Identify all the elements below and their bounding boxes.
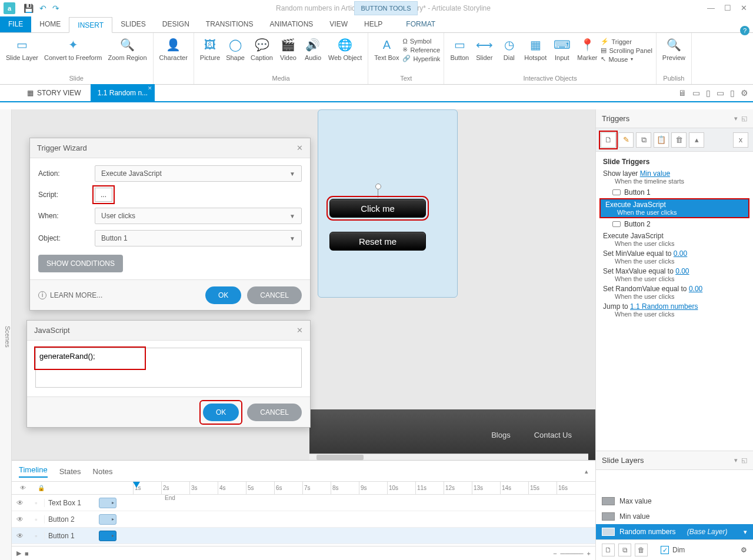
js-cancel-button[interactable]: CANCEL [247, 404, 302, 421]
new-layer-button[interactable]: 🗋 [602, 544, 615, 556]
video-button[interactable]: 🎬Video [276, 35, 300, 63]
character-button[interactable]: 👤Character [157, 35, 190, 63]
learn-more-link[interactable]: iLEARN MORE... [38, 291, 102, 299]
panel-menu-icon[interactable]: ▾ [734, 115, 738, 122]
preview-button[interactable]: 🔍Preview [660, 35, 688, 63]
tab-home[interactable]: HOME [31, 16, 69, 32]
zoom-out-icon[interactable]: − [553, 550, 557, 557]
dial-button[interactable]: ◷Dial [497, 35, 521, 63]
slide-layer-button[interactable]: ▭Slide Layer [4, 35, 41, 63]
text-box-button[interactable]: AText Box [372, 35, 401, 63]
minimize-icon[interactable]: — [707, 4, 715, 12]
trigger-execute-js-selected[interactable]: Execute JavaScript When the user clicks [601, 199, 748, 217]
phone-landscape-icon[interactable]: ▭ [717, 88, 724, 98]
script-browse-button[interactable]: ... [95, 188, 112, 202]
undo-icon[interactable]: ↶ [39, 4, 46, 13]
move-up-trigger-button[interactable]: ▴ [689, 132, 704, 148]
delete-trigger-button[interactable]: 🗑 [671, 132, 687, 148]
jump-link[interactable]: 1.1 Random numbers [630, 302, 698, 311]
tablet-portrait-icon[interactable]: ▯ [706, 88, 711, 98]
shape-button[interactable]: ◯Shape [224, 35, 247, 63]
layer-min-value[interactable]: Min value [596, 509, 753, 524]
mouse-button[interactable]: ↖Mouse▾ [601, 55, 652, 63]
convert-freeform-button[interactable]: ✦Convert to Freeform [42, 35, 104, 63]
rotation-handle[interactable] [375, 184, 381, 189]
scenes-rail[interactable]: Scenes [0, 109, 12, 560]
trigger-set-max[interactable]: Set MaxValue equal to 0.00 When the user… [598, 266, 751, 284]
desktop-icon[interactable]: 🖥 [678, 88, 687, 98]
reference-button[interactable]: ※Reference [402, 46, 440, 54]
tablet-landscape-icon[interactable]: ▭ [692, 88, 700, 98]
tab-animations[interactable]: ANIMATIONS [262, 16, 322, 32]
trigger-ok-button[interactable]: OK [205, 286, 241, 304]
playhead[interactable] [133, 482, 139, 488]
trigger-set-min[interactable]: Set MinValue equal to 0.00 When the user… [598, 248, 751, 266]
gear-icon[interactable]: ⚙ [741, 88, 748, 98]
timeline-row[interactable]: 👁▫Button 2▸ [12, 511, 595, 528]
eye-header-icon[interactable]: 👁 [20, 485, 26, 491]
phone-portrait-icon[interactable]: ▯ [730, 88, 735, 98]
trigger-jump[interactable]: Jump to 1.1 Random numbers When the user… [598, 301, 751, 319]
save-icon[interactable]: 💾 [24, 4, 34, 13]
tab-transitions[interactable]: TRANSITIONS [198, 16, 262, 32]
contact-link[interactable]: Contact Us [534, 431, 572, 439]
redo-icon[interactable]: ↷ [52, 4, 59, 13]
trigger-object-button2[interactable]: Button 2 [598, 218, 751, 231]
paste-trigger-button[interactable]: 📋 [654, 132, 669, 148]
delete-layer-button[interactable]: 🗑 [635, 544, 648, 556]
action-select[interactable]: Execute JavaScript▼ [95, 165, 302, 182]
trigger-show-layer[interactable]: Show layer Min value When the timeline s… [598, 168, 751, 186]
js-dialog-close-icon[interactable]: ✕ [296, 326, 303, 335]
layers-menu-icon[interactable]: ▾ [734, 456, 738, 464]
button-button[interactable]: ▭Button [448, 35, 471, 63]
click-me-button[interactable]: Click me [329, 199, 426, 218]
layer-expand-icon[interactable]: ▾ [744, 528, 747, 536]
layer-random-numbers[interactable]: Random numbers (Base Layer)▾ [596, 524, 753, 539]
symbol-button[interactable]: ΩSymbol [402, 38, 440, 45]
trigger-set-random[interactable]: Set RandomValue equal to 0.00 When the u… [598, 284, 751, 301]
marker-button[interactable]: 📍Marker [575, 35, 599, 63]
add-trigger-button[interactable]: 🗋 [601, 132, 616, 148]
object-select[interactable]: Button 1▼ [95, 230, 302, 246]
web-object-button[interactable]: 🌐Web Object [326, 35, 364, 63]
blogs-link[interactable]: Blogs [491, 431, 511, 439]
maximize-icon[interactable]: ☐ [724, 4, 731, 12]
lock-header-icon[interactable]: 🔒 [38, 485, 45, 491]
input-button[interactable]: ⌨Input [550, 35, 574, 63]
dim-checkbox[interactable]: ✓ [661, 546, 669, 554]
layers-popout-icon[interactable]: ◱ [741, 456, 747, 464]
trigger-b2-exec-js[interactable]: Execute JavaScriptWhen the user clicks [598, 231, 751, 248]
expand-panel-icon[interactable]: ▴ [585, 468, 588, 475]
close-tab-icon[interactable]: ✕ [148, 85, 152, 91]
picture-button[interactable]: 🖼Picture [198, 35, 222, 63]
when-select[interactable]: User clicks▼ [95, 208, 302, 224]
hyperlink-button[interactable]: 🔗Hyperlink [402, 55, 440, 62]
tab-help[interactable]: HELP [356, 16, 391, 32]
trigger-object-button1[interactable]: Button 1 [598, 186, 751, 199]
dialog-close-icon[interactable]: ✕ [296, 144, 303, 152]
audio-button[interactable]: 🔊Audio [301, 35, 325, 63]
play-icon[interactable]: ▶ [16, 549, 21, 557]
panel-popout-icon[interactable]: ◱ [741, 115, 747, 122]
timeline-tab[interactable]: Timeline [19, 465, 48, 478]
story-view-tab[interactable]: ▦STORY VIEW [18, 89, 91, 97]
variables-button[interactable]: x [733, 132, 748, 148]
timeline-row[interactable]: 👁▫Text Box 1▸ [12, 495, 595, 511]
notes-tab[interactable]: Notes [93, 467, 113, 476]
slider-button[interactable]: ⟷Slider [472, 35, 496, 63]
caption-button[interactable]: 💬Caption [248, 35, 275, 63]
tab-file[interactable]: FILE [0, 16, 31, 32]
duplicate-layer-button[interactable]: ⧉ [618, 544, 631, 556]
tab-insert[interactable]: INSERT [69, 17, 112, 33]
zoom-in-icon[interactable]: + [587, 550, 591, 557]
min-value-link[interactable]: Min value [640, 169, 670, 178]
scrolling-panel-button[interactable]: ▤Scrolling Panel [601, 46, 652, 54]
layer-settings-icon[interactable]: ⚙ [741, 546, 747, 554]
reset-me-button[interactable]: Reset me [329, 232, 426, 251]
zoom-region-button[interactable]: 🔍Zoom Region [105, 35, 149, 63]
javascript-code-textarea[interactable] [35, 348, 302, 388]
stop-icon[interactable]: ■ [25, 550, 29, 557]
close-icon[interactable]: ✕ [741, 4, 747, 12]
tab-design[interactable]: DESIGN [154, 16, 198, 32]
timeline-row[interactable]: 👁▫Button 1▸ [12, 528, 595, 544]
